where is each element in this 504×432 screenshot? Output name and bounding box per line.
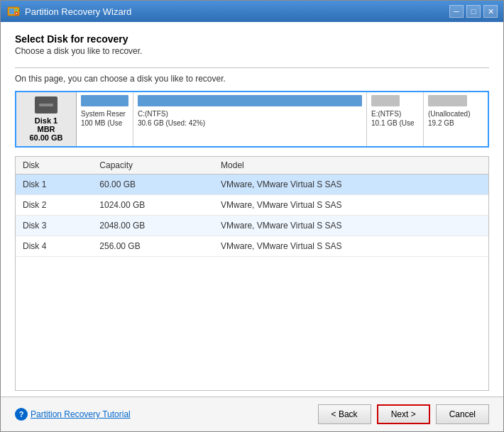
disk-name: Disk 1 [35,116,57,125]
cell-capacity-1: 1024.00 GB [92,195,214,216]
col-model: Model [214,157,488,175]
c-label: C:(NTFS)30.6 GB (Used: 42%) [138,109,362,128]
app-icon [6,4,21,18]
instruction-text: On this page, you can choose a disk you … [15,74,489,84]
disk-visual: Disk 1 MBR 60.00 GB System Reser100 MB (… [15,91,489,148]
cell-disk-0: Disk 1 [16,175,92,195]
table-row[interactable]: Disk 21024.00 GBVMware, VMware Virtual S… [16,195,488,216]
help-label: Partition Recovery Tutorial [31,409,131,419]
cell-model-0: VMware, VMware Virtual S SAS [214,175,488,195]
minimize-button[interactable]: ─ [449,5,464,18]
table-header-row: Disk Capacity Model [16,157,488,175]
main-window: Partition Recovery Wizard ─ □ ✕ Select D… [0,0,504,432]
cell-capacity-0: 60.00 GB [92,175,214,195]
cell-model-3: VMware, VMware Virtual S SAS [214,236,488,257]
window-title: Partition Recovery Wizard [25,6,449,17]
table-row[interactable]: Disk 160.00 GBVMware, VMware Virtual S S… [16,175,488,195]
content-area: Select Disk for recovery Choose a disk y… [1,22,503,397]
cell-disk-3: Disk 4 [16,236,92,257]
partition-list: System Reser100 MB (Use C:(NTFS)30.6 GB … [77,92,488,146]
cell-model-1: VMware, VMware Virtual S SAS [214,195,488,216]
cell-capacity-3: 256.00 GB [92,236,214,257]
partition-c[interactable]: C:(NTFS)30.6 GB (Used: 42%) [133,92,367,146]
sysres-bar [81,95,128,106]
e-bar [371,95,400,106]
cell-disk-1: Disk 2 [16,195,92,216]
table-row[interactable]: Disk 32048.00 GBVMware, VMware Virtual S… [16,216,488,236]
close-button[interactable]: ✕ [483,5,498,18]
table-row[interactable]: Disk 4256.00 GBVMware, VMware Virtual S … [16,236,488,257]
svg-rect-1 [9,9,14,14]
back-button[interactable]: < Back [318,404,371,424]
disk-table: Disk Capacity Model Disk 160.00 GBVMware… [16,157,488,257]
c-bar [138,95,362,106]
partition-e[interactable]: E:(NTFS)10.1 GB (Use [367,92,424,146]
maximize-button[interactable]: □ [466,5,481,18]
disk-size: 60.00 GB [29,133,62,142]
svg-rect-2 [15,9,18,11]
unalloc-label: (Unallocated)19.2 GB [428,109,483,128]
disk-table-container[interactable]: Disk Capacity Model Disk 160.00 GBVMware… [15,156,489,391]
partition-unalloc[interactable]: (Unallocated)19.2 GB [424,92,488,146]
cancel-button[interactable]: Cancel [436,404,489,424]
sysres-label: System Reser100 MB (Use [81,109,128,128]
disk-info: Disk 1 MBR 60.00 GB [16,92,77,146]
e-label: E:(NTFS)10.1 GB (Use [371,109,419,128]
disk-icon [35,96,57,113]
titlebar: Partition Recovery Wizard ─ □ ✕ [1,1,503,22]
window-controls: ─ □ ✕ [449,5,498,18]
col-capacity: Capacity [92,157,214,175]
header-divider [15,67,489,68]
page-title: Select Disk for recovery [15,33,489,45]
unalloc-bar [428,95,467,106]
next-button[interactable]: Next > [377,404,430,424]
cell-model-2: VMware, VMware Virtual S SAS [214,216,488,236]
col-disk: Disk [16,157,92,175]
disk-type: MBR [37,125,55,133]
help-icon: ? [15,408,28,421]
footer-buttons: < Back Next > Cancel [318,404,489,424]
page-subtitle: Choose a disk you like to recover. [15,46,489,56]
footer: ? Partition Recovery Tutorial < Back Nex… [1,397,503,431]
cell-capacity-2: 2048.00 GB [92,216,214,236]
help-link[interactable]: ? Partition Recovery Tutorial [15,408,131,421]
header-section: Select Disk for recovery Choose a disk y… [15,33,489,56]
partition-sysres[interactable]: System Reser100 MB (Use [77,92,133,146]
cell-disk-2: Disk 3 [16,216,92,236]
